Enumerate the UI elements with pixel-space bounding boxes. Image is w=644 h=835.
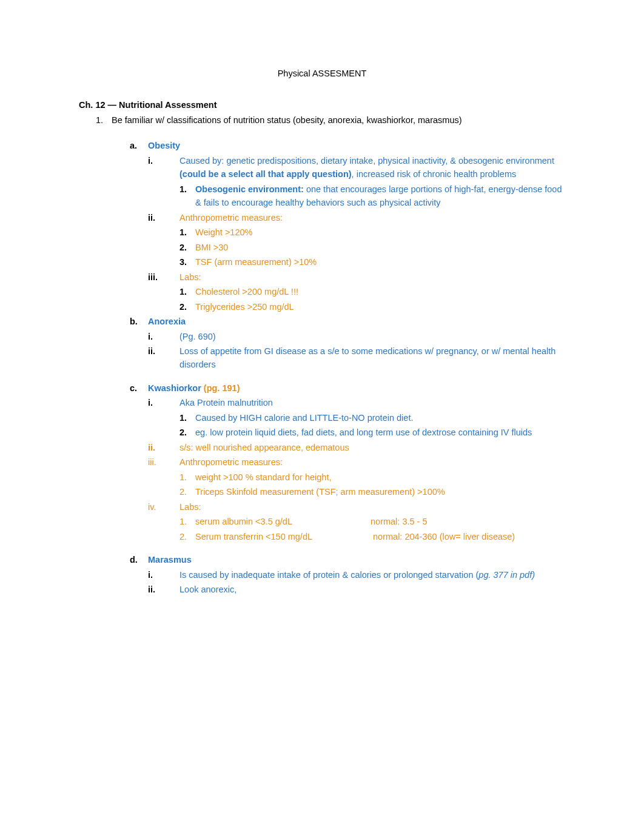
kwashiorkor-iii-2: 2. Triceps Skinfold measurement (TSF; ar… bbox=[79, 485, 565, 498]
anorexia-ii: ii. Loss of appetite from GI disease as … bbox=[79, 344, 565, 372]
anorexia-heading: Anorexia bbox=[148, 317, 186, 326]
text: Look anorexic, bbox=[179, 583, 562, 596]
list-marker: i. bbox=[148, 154, 179, 181]
section-kwashiorkor: c.Kwashiorkor (pg. 191) bbox=[79, 381, 565, 395]
list-marker: ii. bbox=[148, 441, 179, 454]
heading-text: Kwashiorkor bbox=[148, 383, 201, 393]
obesity-i: i. Caused by: genetic predispositions, d… bbox=[79, 154, 565, 181]
text: Caused by HIGH calorie and LITTLE-to-NO … bbox=[195, 411, 562, 424]
obesity-ii-3: 3. TSF (arm measurement) >10% bbox=[79, 255, 565, 269]
lab-value: serum albumin <3.5 g/dL bbox=[195, 515, 371, 528]
text: Aka Protein malnutrition bbox=[179, 396, 562, 409]
list-marker: iii. bbox=[148, 455, 179, 469]
kwashiorkor-i-1: 1. Caused by HIGH calorie and LITTLE-to-… bbox=[79, 411, 565, 424]
list-marker: d. bbox=[130, 553, 148, 566]
text-part: , increased risk of chronic health probl… bbox=[352, 169, 517, 179]
list-marker: 2. bbox=[179, 426, 195, 439]
section-anorexia: b.Anorexia bbox=[79, 315, 565, 328]
lab-value: Serum transferrin <150 mg/dL bbox=[195, 530, 371, 543]
list-marker: 2. bbox=[179, 485, 195, 498]
text: Serum transferrin <150 mg/dL normal: 204… bbox=[195, 530, 562, 543]
kwashiorkor-iv-2: 2. Serum transferrin <150 mg/dL normal: … bbox=[79, 530, 565, 543]
section-obesity: a.Obesity bbox=[79, 139, 565, 152]
text: weight >100 % standard for height, bbox=[195, 471, 562, 484]
text-bold: Obesogenic environment: bbox=[195, 184, 304, 194]
obesity-i-1: 1. Obesogenic environment: one that enco… bbox=[79, 183, 565, 210]
list-marker: c. bbox=[130, 381, 148, 395]
list-marker: 2. bbox=[179, 300, 195, 314]
text-part: Caused by: genetic predispositions, diet… bbox=[179, 156, 554, 166]
kwashiorkor-ii: ii. s/s: well nourished appearance, edem… bbox=[79, 441, 565, 454]
text: Cholesterol >200 mg/dL !!! bbox=[195, 285, 562, 298]
list-item-1: 1.Be familiar w/ classifications of nutr… bbox=[79, 113, 565, 127]
obesity-iii-1: 1. Cholesterol >200 mg/dL !!! bbox=[79, 285, 565, 298]
text: TSF (arm measurement) >10% bbox=[195, 255, 562, 269]
list-marker: b. bbox=[130, 315, 148, 328]
text-part: Is caused by inadequate intake of protei… bbox=[179, 570, 478, 580]
obesity-ii: ii. Anthropometric measures: bbox=[79, 211, 565, 224]
kwashiorkor-i: i. Aka Protein malnutrition bbox=[79, 396, 565, 409]
marasmus-ii: ii. Look anorexic, bbox=[79, 583, 565, 596]
text: BMI >30 bbox=[195, 241, 562, 254]
list-marker: i. bbox=[148, 568, 179, 582]
obesity-iii-2: 2. Triglycerides >250 mg/dL bbox=[79, 300, 565, 314]
section-marasmus: d.Marasmus bbox=[79, 553, 565, 566]
text-bold: (could be a select all that apply questi… bbox=[179, 169, 352, 179]
page-ref-italic: pg. 377 in pdf) bbox=[478, 570, 535, 580]
obesity-heading: Obesity bbox=[148, 141, 180, 150]
list-marker: 1. bbox=[179, 411, 195, 424]
lab-normal: normal: 204-360 (low= liver disease) bbox=[371, 532, 515, 542]
list-marker: i. bbox=[148, 396, 179, 409]
kwashiorkor-heading: Kwashiorkor (pg. 191) bbox=[148, 383, 240, 393]
list-marker: 1. bbox=[179, 515, 195, 528]
list-marker: iv. bbox=[148, 500, 179, 514]
text: Triceps Skinfold measurement (TSF; arm m… bbox=[195, 485, 562, 498]
obesity-i-text: Caused by: genetic predispositions, diet… bbox=[179, 154, 562, 181]
page-title: Physical ASSESMENT bbox=[79, 67, 565, 80]
list-marker: ii. bbox=[148, 344, 179, 372]
kwashiorkor-iii-1: 1. weight >100 % standard for height, bbox=[79, 471, 565, 484]
kwashiorkor-iv: iv. Labs: bbox=[79, 500, 565, 514]
list-marker: 1. bbox=[179, 471, 195, 484]
obesity-ii-2: 2. BMI >30 bbox=[79, 241, 565, 254]
list-marker: 1. bbox=[179, 285, 195, 298]
text: Anthropometric measures: bbox=[179, 455, 562, 469]
page-ref: (pg. 191) bbox=[201, 383, 240, 393]
list-marker: i. bbox=[148, 330, 179, 343]
text: Labs: bbox=[179, 270, 562, 284]
obesity-iii: iii. Labs: bbox=[79, 270, 565, 284]
text: Labs: bbox=[179, 500, 562, 514]
anorexia-i: i. (Pg. 690) bbox=[79, 330, 565, 343]
text: serum albumin <3.5 g/dLnormal: 3.5 - 5 bbox=[195, 515, 562, 528]
list-marker: a. bbox=[130, 139, 148, 152]
kwashiorkor-iii: iii. Anthropometric measures: bbox=[79, 455, 565, 469]
kwashiorkor-iv-1: 1. serum albumin <3.5 g/dLnormal: 3.5 - … bbox=[79, 515, 565, 528]
text: Loss of appetite from GI disease as a s/… bbox=[179, 344, 562, 372]
list-marker: ii. bbox=[148, 583, 179, 596]
marasmus-heading: Marasmus bbox=[148, 555, 192, 565]
kwashiorkor-i-2: 2. eg. low protein liquid diets, fad die… bbox=[79, 426, 565, 439]
text: (Pg. 690) bbox=[179, 330, 562, 343]
text: eg. low protein liquid diets, fad diets,… bbox=[195, 426, 562, 439]
text: Anthropometric measures: bbox=[179, 211, 562, 224]
chapter-heading: Ch. 12 — Nutritional Assessment bbox=[79, 98, 565, 112]
text: Triglycerides >250 mg/dL bbox=[195, 300, 562, 314]
list-marker: 3. bbox=[179, 255, 195, 269]
list-marker: iii. bbox=[148, 270, 179, 284]
list-marker: 2. bbox=[179, 241, 195, 254]
list-text: Be familiar w/ classifications of nutrit… bbox=[112, 115, 462, 125]
text: s/s: well nourished appearance, edematou… bbox=[179, 441, 562, 454]
list-marker: 1. bbox=[179, 183, 195, 210]
text: Obesogenic environment: one that encoura… bbox=[195, 183, 562, 210]
list-marker: 1. bbox=[179, 226, 195, 239]
obesity-ii-1: 1. Weight >120% bbox=[79, 226, 565, 239]
marasmus-i: i. Is caused by inadequate intake of pro… bbox=[79, 568, 565, 582]
list-marker: 2. bbox=[179, 530, 195, 543]
lab-normal: normal: 3.5 - 5 bbox=[371, 517, 428, 526]
list-marker: 1. bbox=[96, 113, 112, 127]
list-marker: ii. bbox=[148, 211, 179, 224]
text: Is caused by inadequate intake of protei… bbox=[179, 568, 562, 582]
text: Weight >120% bbox=[195, 226, 562, 239]
